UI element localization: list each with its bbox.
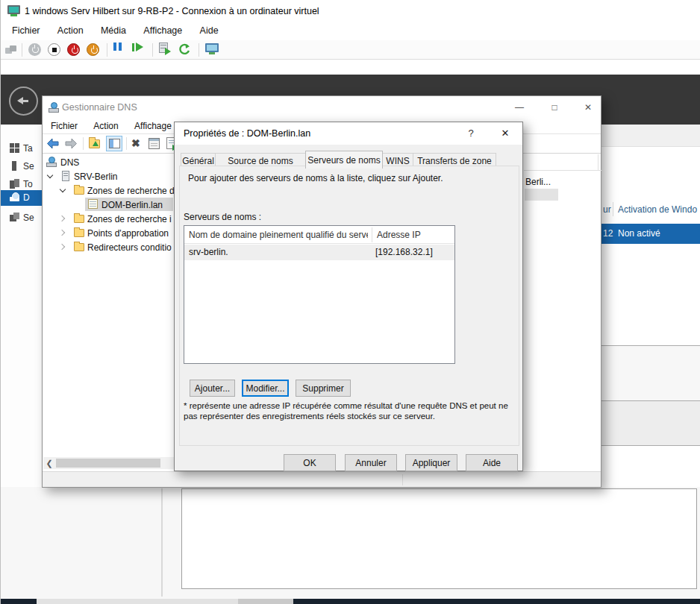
server-manager-section-band-2 xyxy=(601,401,700,446)
dns-menu-action[interactable]: Action xyxy=(87,119,125,133)
tab-name-servers[interactable]: Serveurs de noms xyxy=(305,151,383,169)
shutdown-icon[interactable] xyxy=(67,43,80,56)
chevron-right-icon[interactable] xyxy=(59,244,65,250)
sidebar-item-all-servers[interactable]: To xyxy=(1,177,42,192)
column-fqdn[interactable]: Nom de domaine pleinement qualifié du se… xyxy=(189,230,368,240)
enhanced-session-icon[interactable] xyxy=(205,43,219,55)
chevron-right-icon[interactable] xyxy=(59,230,65,236)
power-icon[interactable] xyxy=(28,43,41,56)
server-manager-toolbar-band xyxy=(601,125,700,147)
dns-sidebar-icon xyxy=(10,192,19,202)
back-arrow-icon xyxy=(17,96,29,105)
folder-icon xyxy=(74,186,84,195)
properties-icon[interactable] xyxy=(149,138,160,149)
guest-taskbar[interactable] xyxy=(1,599,700,604)
list-row-srv-berlin[interactable]: srv-berlin. [192.168.32.1] xyxy=(184,245,454,260)
scrollbar-thumb[interactable] xyxy=(56,459,160,468)
back-button[interactable] xyxy=(9,86,38,116)
vm-menu-action[interactable]: Action xyxy=(50,22,91,39)
folder-icon xyxy=(74,243,84,251)
dns-menu-fichier[interactable]: Fichier xyxy=(44,119,84,133)
vm-menu-affichage[interactable]: Affichage xyxy=(136,22,190,39)
revert-icon[interactable] xyxy=(178,43,191,56)
server-manager-content-box xyxy=(181,488,697,589)
scroll-left-arrow-icon[interactable]: ❮ xyxy=(43,457,55,469)
ctrl-alt-del-icon[interactable] xyxy=(5,45,17,54)
dialog-note: * représente une adresse IP récupérée co… xyxy=(184,400,521,421)
sidebar-item-local-server[interactable]: Se xyxy=(1,159,42,174)
file-services-icon xyxy=(10,213,19,222)
dialog-titlebar: Propriétés de : DOM-Berlin.lan ? ✕ xyxy=(175,122,522,145)
delete-icon[interactable]: ✖ xyxy=(131,137,140,149)
edit-button[interactable]: Modifier... xyxy=(242,380,289,397)
sidebar-item-file-services[interactable]: Se xyxy=(1,210,42,225)
zone-icon xyxy=(88,199,98,209)
maximize-button[interactable]: □ xyxy=(546,101,563,114)
dns-right-pane-row[interactable] xyxy=(525,189,558,201)
dns-app-icon xyxy=(49,102,59,113)
folder-up-icon[interactable] xyxy=(89,139,100,148)
column-separator[interactable] xyxy=(372,227,372,242)
vm-titlebar: 1 windows Serv Hilbert sur 9-RB-P2 - Con… xyxy=(1,0,700,22)
column-ip[interactable]: Adresse IP xyxy=(377,230,421,240)
dns-statusbar xyxy=(43,471,601,487)
name-servers-list[interactable]: Nom de domaine pleinement qualifié du se… xyxy=(184,225,455,364)
name-servers-list-label: Serveurs de noms : xyxy=(184,212,261,222)
panes-icon[interactable] xyxy=(106,136,122,151)
remove-button[interactable]: Supprimer xyxy=(296,380,351,397)
forward-icon[interactable] xyxy=(64,137,78,150)
server-manager-section-band xyxy=(601,345,700,401)
vm-menu-aide[interactable]: Aide xyxy=(193,22,226,39)
vm-menubar: Fichier Action Média Affichage Aide xyxy=(1,22,700,40)
tree-horizontal-scrollbar[interactable]: ❮ xyxy=(43,457,175,469)
chevron-right-icon[interactable] xyxy=(59,216,65,221)
sidebar-item-dns[interactable]: D xyxy=(1,190,42,206)
stop-icon[interactable] xyxy=(48,43,60,56)
apply-button[interactable]: Appliquer xyxy=(405,454,457,471)
dialog-instruction: Pour ajouter des serveurs de noms à la l… xyxy=(188,173,443,183)
cancel-button[interactable]: Annuler xyxy=(345,454,397,471)
add-button[interactable]: Ajouter... xyxy=(190,380,235,397)
dns-root-icon xyxy=(46,157,57,167)
server-manager-titlebar: Gestionnaire de serveur xyxy=(1,60,700,75)
server-icon xyxy=(62,171,69,181)
properties-dialog: Propriétés de : DOM-Berlin.lan ? ✕ Génér… xyxy=(174,122,523,471)
server-manager-sidebar: Ta Se To D Se xyxy=(1,125,42,487)
help-button[interactable]: Aide xyxy=(466,454,518,471)
dialog-title: Propriétés de : DOM-Berlin.lan xyxy=(184,128,310,139)
vm-toolbar xyxy=(1,40,700,60)
table-header-activation[interactable]: Activation de Windo xyxy=(618,204,697,215)
back-icon[interactable] xyxy=(46,137,60,150)
turn-off-icon[interactable] xyxy=(87,43,99,56)
chevron-down-icon[interactable] xyxy=(47,172,53,178)
vm-menu-fichier[interactable]: Fichier xyxy=(4,22,48,39)
ok-button[interactable]: OK xyxy=(284,454,336,471)
pane-divider xyxy=(161,488,163,597)
vm-menu-media[interactable]: Média xyxy=(93,22,134,39)
checkpoint-icon[interactable] xyxy=(159,42,172,55)
vm-connection-window: 1 windows Serv Hilbert sur 9-RB-P2 - Con… xyxy=(0,0,700,604)
folder-icon xyxy=(74,229,84,237)
help-icon[interactable]: ? xyxy=(462,125,480,142)
dns-right-pane-fragment: Berli... xyxy=(525,177,600,187)
dashboard-icon xyxy=(10,143,19,153)
close-button[interactable]: ✕ xyxy=(580,101,596,114)
table-row-selected[interactable]: 12 Non activé xyxy=(601,224,700,244)
vm-window-title: 1 windows Serv Hilbert sur 9-RB-P2 - Con… xyxy=(25,6,319,16)
dns-right-pane-header-line xyxy=(524,170,601,171)
minimize-button[interactable]: — xyxy=(511,101,528,114)
folder-icon xyxy=(74,215,84,223)
pause-icon[interactable] xyxy=(113,40,122,54)
dns-menu-affichage[interactable]: Affichage xyxy=(128,119,178,133)
dns-right-pane-header-sep xyxy=(598,154,599,170)
all-servers-icon xyxy=(10,179,19,189)
step-icon[interactable] xyxy=(132,41,144,54)
local-server-icon xyxy=(10,161,19,171)
close-icon[interactable]: ✕ xyxy=(494,125,516,142)
server-manager-section-band-3 xyxy=(601,446,700,487)
table-header-fragment-left[interactable]: ur xyxy=(603,204,611,215)
dns-window-title: Gestionnaire DNS xyxy=(62,102,137,113)
chevron-down-icon[interactable] xyxy=(60,186,66,192)
dns-titlebar: Gestionnaire DNS — □ ✕ xyxy=(43,96,601,119)
sidebar-item-dashboard[interactable]: Ta xyxy=(1,141,42,156)
